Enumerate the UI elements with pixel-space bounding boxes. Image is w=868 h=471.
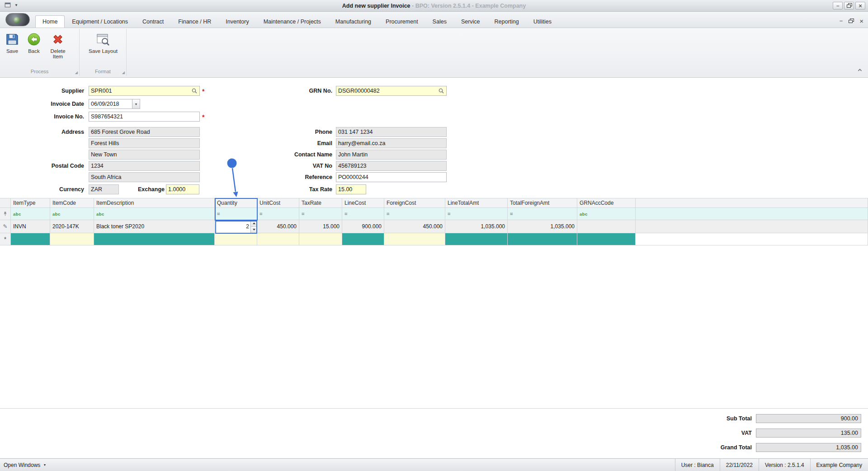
cell-unitcost[interactable]: 450.000 — [257, 220, 299, 233]
title-bar: ▼ Add new supplier Invoice - BPO: Versio… — [0, 0, 868, 12]
column-header-taxrate[interactable]: TaxRate — [299, 198, 342, 208]
cell-linetotalamt[interactable]: 1,035.000 — [445, 220, 508, 233]
country-input[interactable]: South Africa — [89, 172, 200, 182]
filter-taxrate[interactable]: = — [299, 208, 342, 220]
vat-no-input[interactable]: 456789123 — [336, 161, 447, 171]
new-cell-quantity[interactable] — [215, 233, 257, 245]
reference-input[interactable]: PO0000244 — [336, 172, 447, 182]
tab-reporting[interactable]: Reporting — [487, 15, 526, 28]
filter-foreigncost[interactable]: = — [384, 208, 445, 220]
new-cell-itemcode[interactable] — [50, 233, 94, 245]
address-line1-input[interactable]: 685 Forest Grove Road — [89, 127, 200, 137]
filter-itemcode[interactable]: abc — [50, 208, 94, 220]
cell-itemcode[interactable]: 2020-147K — [50, 220, 94, 233]
save-layout-button[interactable]: Save Layout — [83, 31, 123, 54]
cell-linecost[interactable]: 900.000 — [342, 220, 384, 233]
spinner-down-icon[interactable] — [251, 227, 257, 233]
new-cell-foreigncost[interactable] — [384, 233, 445, 245]
process-dialog-launcher-icon[interactable]: ◢ — [75, 71, 78, 75]
restore-button[interactable] — [844, 2, 854, 9]
tab-sales[interactable]: Sales — [425, 15, 454, 28]
minimize-button[interactable]: − — [833, 2, 843, 9]
calendar-dropdown-icon[interactable]: ▼ — [132, 99, 140, 108]
search-icon[interactable] — [191, 88, 198, 94]
save-button[interactable]: Save — [2, 31, 23, 54]
filter-itemtype[interactable]: abc — [11, 208, 50, 220]
tab-finance-hr[interactable]: Finance / HR — [171, 15, 218, 28]
invoice-no-input[interactable]: S987654321 — [89, 112, 200, 122]
ribbon-tab-strip: Home Equipment / Locations Contract Fina… — [0, 12, 868, 28]
new-cell-grnacccode[interactable] — [577, 233, 636, 245]
column-header-itemcode[interactable]: ItemCode — [50, 198, 94, 208]
postal-code-input[interactable]: 1234 — [89, 161, 200, 171]
mdi-minimize-button[interactable]: − — [840, 18, 843, 24]
filter-totalforeignamt[interactable]: = — [508, 208, 577, 220]
cell-quantity[interactable]: 2 — [215, 220, 257, 233]
column-header-itemtype[interactable]: ItemType — [11, 198, 50, 208]
app-logo[interactable] — [5, 13, 30, 26]
phone-input[interactable]: 031 147 1234 — [336, 127, 447, 137]
filter-itemdescription[interactable]: abc — [94, 208, 215, 220]
new-cell-linecost[interactable] — [342, 233, 384, 245]
tab-utilities[interactable]: Utilities — [526, 15, 559, 28]
cell-taxrate[interactable]: 15.000 — [299, 220, 342, 233]
cell-grnacccode[interactable] — [577, 220, 636, 233]
delete-item-button[interactable]: Delete Item — [45, 31, 71, 59]
back-button[interactable]: Back — [24, 31, 44, 54]
ribbon-collapse-button[interactable] — [857, 67, 863, 74]
tab-procurement[interactable]: Procurement — [378, 15, 425, 28]
tab-service[interactable]: Service — [454, 15, 487, 28]
filter-grnacccode[interactable]: abc — [577, 208, 636, 220]
tab-manufacturing[interactable]: Manufacturing — [328, 15, 378, 28]
tab-contract[interactable]: Contract — [135, 15, 171, 28]
cell-itemtype[interactable]: INVN — [11, 220, 50, 233]
new-cell-linetotalamt[interactable] — [445, 233, 508, 245]
exchange-input[interactable]: 1.0000 — [166, 184, 199, 194]
grn-no-input[interactable]: DSGR00000482 — [336, 86, 447, 96]
column-header-foreigncost[interactable]: ForeignCost — [384, 198, 445, 208]
spinner-up-icon[interactable] — [251, 220, 257, 227]
cell-itemdescription[interactable]: Black toner SP2020 — [94, 220, 215, 233]
tab-equipment-locations[interactable]: Equipment / Locations — [65, 15, 135, 28]
column-header-unitcost[interactable]: UnitCost — [257, 198, 299, 208]
tax-rate-input[interactable]: 15.00 — [336, 184, 366, 194]
column-header-linecost[interactable]: LineCost — [342, 198, 384, 208]
cell-foreigncost[interactable]: 450.000 — [384, 220, 445, 233]
ribbon-group-process: Save Back Delete Item Process ◢ — [0, 29, 80, 76]
address-line2-input[interactable]: Forest Hills — [89, 138, 200, 148]
filter-linecost[interactable]: = — [342, 208, 384, 220]
pin-icon[interactable] — [0, 208, 11, 220]
column-header-grnacccode[interactable]: GRNAccCode — [577, 198, 636, 208]
tab-inventory[interactable]: Inventory — [218, 15, 256, 28]
close-button[interactable]: × — [855, 2, 865, 9]
address-line3-input[interactable]: New Town — [89, 150, 200, 160]
filter-unitcost[interactable]: = — [257, 208, 299, 220]
new-cell-taxrate[interactable] — [299, 233, 342, 245]
column-header-linetotalamt[interactable]: LineTotalAmt — [445, 198, 508, 208]
email-input[interactable]: harry@email.co.za — [336, 138, 447, 148]
new-cell-itemdescription[interactable] — [94, 233, 215, 245]
mdi-close-button[interactable]: × — [859, 18, 863, 24]
quantity-spinner[interactable] — [250, 220, 257, 233]
supplier-input[interactable]: SPR001 — [89, 86, 200, 96]
new-cell-unitcost[interactable] — [257, 233, 299, 245]
new-cell-itemtype[interactable] — [11, 233, 50, 245]
column-header-quantity[interactable]: Quantity — [215, 198, 257, 208]
mdi-restore-button[interactable] — [849, 19, 853, 23]
save-layout-label: Save Layout — [89, 48, 118, 54]
filter-quantity[interactable]: = — [215, 208, 257, 220]
column-header-itemdescription[interactable]: ItemDescription — [94, 198, 215, 208]
filter-linetotalamt[interactable]: = — [445, 208, 508, 220]
new-cell-totalforeignamt[interactable] — [508, 233, 577, 245]
chevron-up-icon — [857, 67, 863, 73]
tab-maintenance-projects[interactable]: Maintenance / Projects — [256, 15, 328, 28]
invoice-date-input[interactable]: 06/09/2018 ▼ — [89, 99, 140, 109]
format-dialog-launcher-icon[interactable]: ◢ — [122, 71, 125, 75]
currency-input[interactable]: ZAR — [89, 184, 119, 194]
contact-name-input[interactable]: John Martin — [336, 150, 447, 160]
column-header-totalforeignamt[interactable]: TotalForeignAmt — [508, 198, 577, 208]
cell-totalforeignamt[interactable]: 1,035.000 — [508, 220, 577, 233]
open-windows-button[interactable]: Open Windows ▼ — [4, 462, 46, 468]
tab-home[interactable]: Home — [35, 15, 65, 28]
search-icon[interactable] — [438, 88, 444, 94]
